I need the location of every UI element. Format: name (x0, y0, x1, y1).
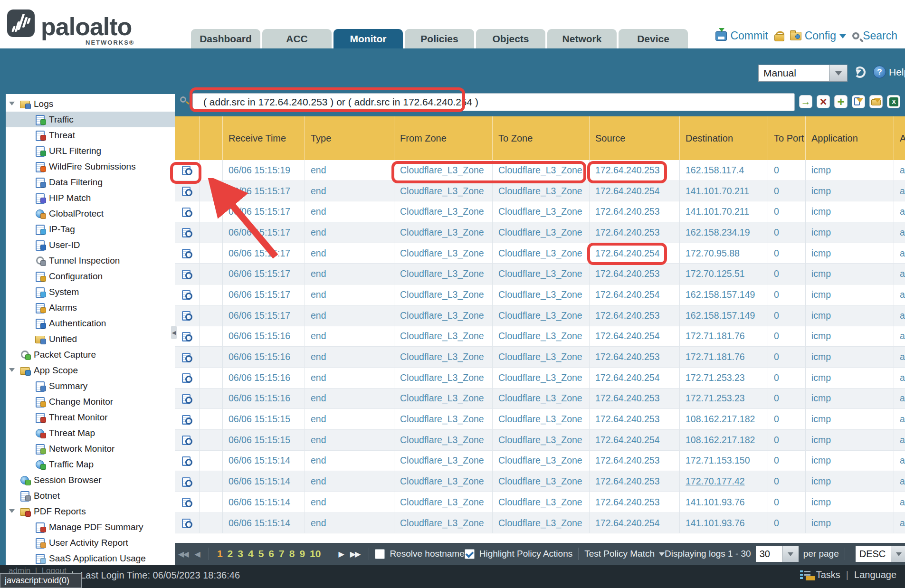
sidebar-item-change-monitor[interactable]: Change Monitor (6, 394, 175, 409)
cell-application[interactable]: icmp (805, 222, 894, 243)
cell-to_port[interactable]: 0 (768, 326, 805, 347)
cell-receive_time[interactable]: 06/06 15:15:17 (222, 222, 305, 243)
sidebar-item-hip-match[interactable]: HIP Match (6, 190, 175, 206)
log-detail-icon[interactable] (182, 477, 192, 486)
cell-destination[interactable]: 172.70.95.88 (679, 243, 768, 264)
cell-destination[interactable]: 172.70.125.51 (679, 264, 768, 284)
log-detail-icon[interactable] (182, 456, 192, 465)
cell-to_zone[interactable]: Cloudflare_L3_Zone (492, 471, 589, 492)
sidebar-item-botnet[interactable]: Botnet (6, 488, 175, 503)
cell-application[interactable]: icmp (805, 264, 894, 284)
cell-to_zone[interactable]: Cloudflare_L3_Zone (492, 243, 589, 264)
cell-source[interactable]: 172.64.240.254 (589, 513, 679, 533)
highlight-policy-actions-checkbox[interactable] (465, 549, 475, 559)
cell-type[interactable]: end (305, 305, 394, 326)
sidebar-item-tunnel-inspection[interactable]: Tunnel Inspection (6, 253, 175, 268)
column-header-receive-time[interactable]: Receive Time (222, 116, 305, 160)
cell-source[interactable]: 172.64.240.253 (589, 409, 679, 429)
tab-monitor[interactable]: Monitor (333, 29, 403, 48)
log-detail-icon[interactable] (182, 332, 192, 341)
cell-source[interactable]: 172.64.240.253 (589, 347, 679, 367)
sidebar-item-threat[interactable]: Threat (6, 127, 175, 143)
cell-destination[interactable]: 172.70.177.42 (679, 471, 768, 492)
cell-application[interactable]: icmp (805, 243, 894, 264)
config-menu-button[interactable]: Config (790, 29, 846, 42)
cell-to_port[interactable]: 0 (768, 492, 805, 512)
cell-type[interactable]: end (305, 451, 394, 471)
cell-action[interactable]: allow (894, 222, 905, 243)
cell-to_port[interactable]: 0 (768, 181, 805, 201)
export-to-csv-icon[interactable]: X (887, 95, 900, 108)
cell-from_zone[interactable]: Cloudflare_L3_Zone (394, 160, 492, 180)
cell-from_zone[interactable]: Cloudflare_L3_Zone (394, 471, 492, 492)
sidebar-item-unified[interactable]: Unified (6, 331, 175, 347)
cell-type[interactable]: end (305, 513, 394, 533)
sidebar-item-system[interactable]: System (6, 284, 175, 300)
cell-to_zone[interactable]: Cloudflare_L3_Zone (492, 368, 589, 388)
cell-to_port[interactable]: 0 (768, 285, 805, 305)
cell-to_zone[interactable]: Cloudflare_L3_Zone (492, 285, 589, 305)
page-number-1[interactable]: 1 (217, 548, 223, 559)
cell-destination[interactable]: 172.71.253.23 (679, 368, 768, 388)
cell-to_port[interactable]: 0 (768, 513, 805, 533)
cell-type[interactable]: end (305, 430, 394, 450)
sort-order-select[interactable]: DESC (856, 546, 905, 562)
cell-application[interactable]: icmp (805, 471, 894, 492)
log-detail-icon[interactable] (182, 208, 192, 216)
cell-from_zone[interactable]: Cloudflare_L3_Zone (394, 326, 492, 347)
cell-to_port[interactable]: 0 (768, 201, 805, 222)
cell-application[interactable]: icmp (805, 326, 894, 347)
load-filter-icon[interactable] (869, 95, 883, 108)
sidebar-item-wildfire-submissions[interactable]: WildFire Submissions (6, 159, 175, 174)
cell-action[interactable]: allow (894, 471, 905, 492)
refresh-interval-dropdown-button[interactable] (829, 65, 848, 82)
column-header-to-zone[interactable]: To Zone (492, 116, 589, 160)
cell-destination[interactable]: 162.158.157.149 (679, 285, 768, 305)
cell-source[interactable]: 172.64.240.253 (589, 201, 679, 222)
cell-action[interactable]: allow (894, 513, 905, 533)
cell-action[interactable]: allow (894, 389, 905, 409)
cell-to_zone[interactable]: Cloudflare_L3_Zone (492, 326, 589, 347)
search-button[interactable]: Search (852, 29, 897, 42)
cell-from_zone[interactable]: Cloudflare_L3_Zone (394, 285, 492, 305)
tab-dashboard[interactable]: Dashboard (191, 29, 260, 48)
sidebar-item-authentication[interactable]: Authentication (6, 315, 175, 331)
sidebar-item-alarms[interactable]: Alarms (6, 300, 175, 315)
page-number-5[interactable]: 5 (258, 548, 264, 559)
cell-from_zone[interactable]: Cloudflare_L3_Zone (394, 389, 492, 409)
log-detail-icon[interactable] (182, 415, 192, 424)
cell-source[interactable]: 172.64.240.254 (589, 181, 679, 201)
cell-type[interactable]: end (305, 326, 394, 347)
cell-type[interactable]: end (305, 264, 394, 284)
prev-page-button[interactable]: ◀ (195, 550, 200, 559)
sidebar-item-user-activity-report[interactable]: User Activity Report (6, 535, 175, 550)
cell-to_port[interactable]: 0 (768, 347, 805, 367)
cell-source[interactable]: 172.64.240.253 (589, 389, 679, 409)
cell-to_zone[interactable]: Cloudflare_L3_Zone (492, 347, 589, 367)
cell-from_zone[interactable]: Cloudflare_L3_Zone (394, 430, 492, 450)
cell-source[interactable]: 172.64.240.254 (589, 326, 679, 347)
page-number-7[interactable]: 7 (279, 548, 285, 559)
cell-to_zone[interactable]: Cloudflare_L3_Zone (492, 264, 589, 284)
tab-device[interactable]: Device (619, 29, 688, 48)
lock-icon[interactable] (774, 31, 784, 41)
cell-type[interactable]: end (305, 471, 394, 492)
sidebar-item-threat-monitor[interactable]: Threat Monitor (6, 409, 175, 425)
cell-receive_time[interactable]: 06/06 15:15:14 (222, 471, 305, 492)
cell-to_zone[interactable]: Cloudflare_L3_Zone (492, 451, 589, 471)
log-detail-icon[interactable] (182, 373, 192, 382)
sidebar-item-configuration[interactable]: Configuration (6, 268, 175, 284)
language-button[interactable]: Language (854, 569, 896, 580)
cell-action[interactable]: allow (894, 181, 905, 201)
cell-source[interactable]: 172.64.240.254 (589, 243, 679, 264)
log-detail-icon[interactable] (182, 270, 192, 278)
cell-application[interactable]: icmp (805, 368, 894, 388)
cell-action[interactable]: allow (894, 160, 905, 180)
log-detail-icon[interactable] (182, 519, 192, 527)
cell-to_zone[interactable]: Cloudflare_L3_Zone (492, 305, 589, 326)
cell-receive_time[interactable]: 06/06 15:15:14 (222, 513, 305, 533)
cell-action[interactable]: allow (894, 492, 905, 512)
tree-expand-caret-icon[interactable] (9, 368, 15, 375)
cell-to_zone[interactable]: Cloudflare_L3_Zone (492, 222, 589, 243)
log-filter-input[interactable] (192, 93, 795, 111)
